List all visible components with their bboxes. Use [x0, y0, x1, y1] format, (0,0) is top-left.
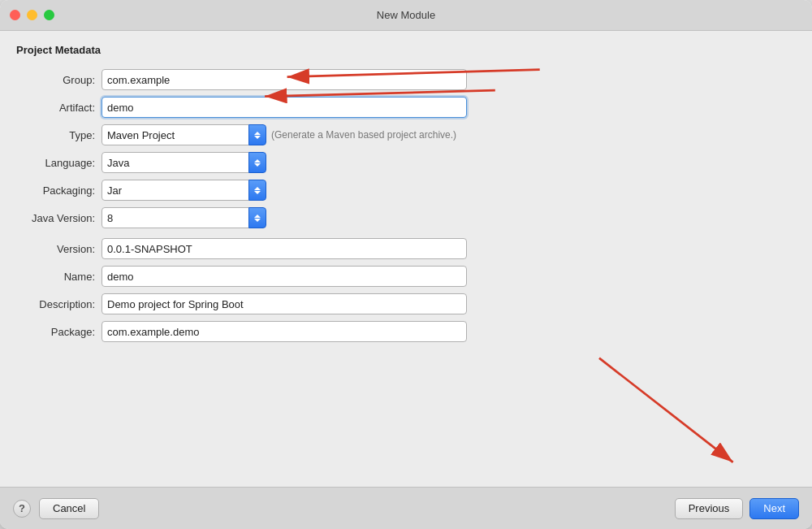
- java-version-label: Java Version:: [16, 204, 102, 232]
- next-button[interactable]: Next: [749, 498, 799, 519]
- artifact-input[interactable]: [102, 97, 467, 118]
- name-input[interactable]: [102, 266, 467, 287]
- language-field-wrapper: [102, 149, 796, 176]
- description-input[interactable]: [102, 293, 467, 314]
- minimize-button[interactable]: [27, 10, 37, 20]
- group-field-wrapper: [102, 66, 796, 93]
- group-label: Group:: [16, 66, 102, 93]
- cancel-button[interactable]: Cancel: [39, 498, 99, 519]
- close-button[interactable]: [10, 10, 20, 20]
- description-label: Description:: [16, 290, 102, 318]
- chevron-up-icon: [254, 159, 261, 163]
- packaging-label: Packaging:: [16, 176, 102, 204]
- chevron-down-icon: [254, 136, 261, 139]
- artifact-field-wrapper: [102, 93, 796, 121]
- section-header: Project Metadata: [16, 44, 796, 56]
- java-version-field-wrapper: [102, 204, 796, 232]
- packaging-input[interactable]: [102, 180, 249, 201]
- type-select-wrapper: (Generate a Maven based project archive.…: [102, 124, 456, 145]
- main-content: Project Metadata Group: Artifact: Type:: [0, 31, 812, 487]
- window-title: New Module: [377, 9, 435, 21]
- type-field-wrapper: (Generate a Maven based project archive.…: [102, 121, 796, 149]
- chevron-up-icon: [254, 132, 261, 135]
- language-label: Language:: [16, 149, 102, 176]
- package-label: Package:: [16, 318, 102, 345]
- title-bar: New Module: [0, 0, 812, 31]
- type-label: Type:: [16, 121, 102, 149]
- window-controls: [10, 10, 54, 20]
- package-input[interactable]: [102, 321, 467, 342]
- bottom-right: Previous Next: [675, 498, 799, 519]
- type-input[interactable]: [102, 124, 249, 145]
- chevron-down-icon: [254, 191, 261, 194]
- maximize-button[interactable]: [44, 10, 54, 20]
- version-input[interactable]: [102, 238, 467, 259]
- packaging-dropdown-wrapper: [102, 180, 266, 201]
- chevron-up-icon: [254, 187, 261, 190]
- version-field-wrapper: [102, 235, 796, 262]
- java-version-dropdown-wrapper: [102, 207, 266, 228]
- version-label: Version:: [16, 235, 102, 262]
- name-field-wrapper: [102, 262, 796, 290]
- chevron-down-icon: [254, 219, 261, 222]
- language-select-btn[interactable]: [248, 152, 266, 173]
- bottom-left: ? Cancel: [13, 498, 99, 519]
- bottom-bar: ? Cancel Previous Next: [0, 487, 812, 529]
- java-version-select-btn[interactable]: [248, 207, 266, 228]
- language-input[interactable]: [102, 152, 249, 173]
- packaging-field-wrapper: [102, 176, 796, 204]
- type-dropdown-wrapper: [102, 124, 266, 145]
- previous-button[interactable]: Previous: [675, 498, 744, 519]
- type-select-btn[interactable]: [248, 124, 266, 145]
- name-label: Name:: [16, 262, 102, 290]
- chevron-up-icon: [254, 215, 261, 218]
- java-version-input[interactable]: [102, 207, 249, 228]
- packaging-select-btn[interactable]: [248, 180, 266, 201]
- type-description: (Generate a Maven based project archive.…: [271, 129, 456, 141]
- artifact-label: Artifact:: [16, 93, 102, 121]
- group-input[interactable]: [102, 69, 467, 90]
- new-module-window: New Module Project Metadata Group: Artif…: [0, 0, 812, 529]
- package-field-wrapper: [102, 318, 796, 345]
- help-button[interactable]: ?: [13, 500, 31, 518]
- description-field-wrapper: [102, 290, 796, 318]
- language-dropdown-wrapper: [102, 152, 266, 173]
- form-table: Group: Artifact: Type:: [16, 66, 796, 345]
- chevron-down-icon: [254, 163, 261, 167]
